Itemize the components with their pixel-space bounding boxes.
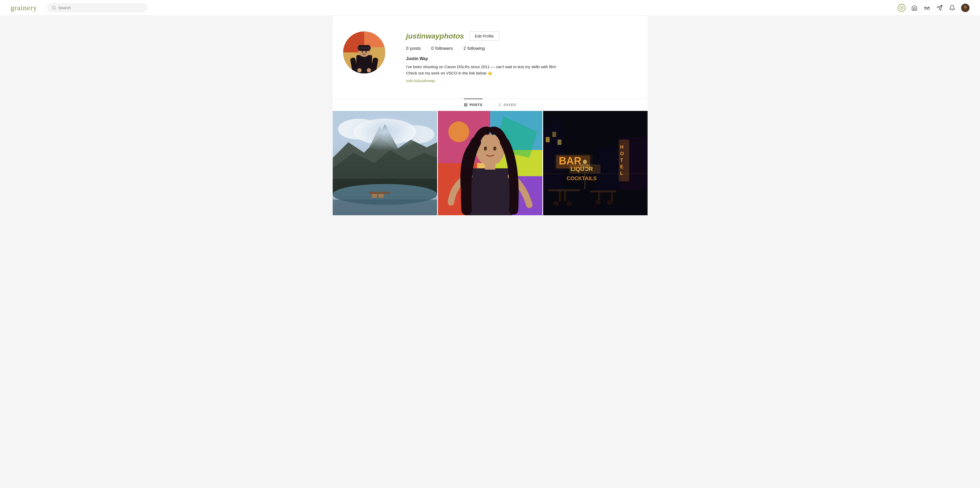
svg-rect-28 — [466, 105, 467, 106]
svg-point-31 — [338, 119, 379, 140]
svg-rect-80 — [590, 190, 616, 192]
svg-rect-27 — [464, 105, 465, 106]
svg-point-32 — [398, 125, 434, 144]
svg-text:T: T — [620, 158, 623, 163]
main-nav — [897, 4, 969, 12]
grid-icon — [464, 103, 468, 107]
followers-stat: 0 followers — [431, 46, 453, 51]
svg-rect-78 — [558, 191, 561, 202]
svg-point-55 — [493, 147, 496, 151]
svg-text:L: L — [620, 171, 623, 176]
svg-rect-63 — [552, 132, 556, 137]
user-avatar-nav[interactable] — [961, 4, 969, 12]
tab-saved[interactable]: SAVED — [498, 98, 516, 110]
svg-rect-37 — [333, 179, 437, 195]
svg-rect-39 — [369, 192, 390, 194]
photo-grid: BAR LIQUOR COCKTAILS H O T E L — [333, 111, 648, 215]
svg-rect-64 — [557, 139, 561, 145]
svg-marker-35 — [333, 137, 437, 176]
svg-line-1 — [55, 9, 56, 10]
profile-info: justinwayphotos Edit Profile 0 posts 0 f… — [406, 32, 637, 83]
svg-text:COCKTAILS: COCKTAILS — [566, 176, 597, 181]
posts-stat: 0 posts — [406, 46, 421, 51]
svg-rect-51 — [469, 168, 511, 215]
following-stat: 2 following — [463, 46, 485, 51]
svg-point-49 — [448, 121, 469, 143]
tabs-section: POSTS SAVED — [333, 98, 648, 110]
tab-posts[interactable]: POSTS — [464, 98, 482, 110]
svg-point-0 — [52, 6, 56, 9]
followers-count: 0 — [431, 46, 434, 51]
svg-point-83 — [554, 201, 558, 206]
tab-saved-label: SAVED — [504, 103, 516, 107]
svg-rect-29 — [333, 111, 437, 215]
posts-count: 0 — [406, 46, 409, 51]
explore-nav-icon[interactable] — [923, 4, 931, 11]
search-input[interactable] — [58, 5, 143, 10]
svg-point-85 — [595, 200, 601, 205]
followers-label: followers — [435, 46, 453, 51]
svg-rect-25 — [464, 103, 465, 105]
grid-item-1[interactable] — [333, 111, 437, 215]
grid-item-2[interactable] — [438, 111, 542, 215]
svg-point-23 — [361, 51, 363, 53]
logo: grainery — [11, 4, 37, 12]
grid-item-3[interactable]: BAR LIQUOR COCKTAILS H O T E L — [543, 111, 648, 215]
svg-marker-34 — [364, 124, 406, 163]
svg-rect-62 — [546, 137, 549, 143]
svg-rect-40 — [372, 194, 377, 198]
add-button[interactable] — [897, 4, 905, 12]
svg-point-30 — [353, 119, 416, 145]
posts-label: posts — [410, 46, 421, 51]
svg-point-38 — [333, 184, 437, 205]
avatar-photo — [343, 32, 385, 73]
profile-section: justinwayphotos Edit Profile 0 posts 0 f… — [333, 16, 648, 93]
svg-marker-33 — [361, 127, 398, 163]
profile-avatar — [343, 32, 385, 73]
svg-rect-82 — [611, 192, 613, 201]
svg-point-90 — [583, 160, 587, 164]
svg-point-86 — [607, 200, 612, 205]
svg-point-6 — [927, 7, 929, 10]
svg-rect-79 — [564, 191, 566, 202]
notifications-nav-icon[interactable] — [948, 4, 956, 11]
home-nav-icon[interactable] — [911, 4, 918, 11]
svg-rect-88 — [543, 174, 648, 174]
tabs: POSTS SAVED — [333, 99, 648, 110]
username-row: justinwayphotos Edit Profile — [406, 32, 637, 41]
svg-text:E: E — [620, 164, 623, 170]
tab-posts-label: POSTS — [470, 103, 482, 107]
svg-point-24 — [365, 51, 367, 53]
following-label: following — [468, 46, 485, 51]
svg-rect-42 — [333, 200, 437, 215]
svg-point-22 — [367, 68, 371, 72]
svg-rect-13 — [364, 32, 385, 47]
edit-profile-button[interactable]: Edit Profile — [469, 32, 499, 41]
bookmark-icon — [498, 103, 501, 107]
profile-bio: I've been shooting on Canon DSLRs since … — [406, 64, 563, 76]
search-bar[interactable] — [48, 4, 147, 12]
header: grainery — [0, 0, 980, 16]
svg-point-54 — [484, 147, 487, 151]
svg-point-84 — [566, 201, 572, 206]
svg-text:H: H — [620, 144, 624, 150]
svg-rect-26 — [466, 103, 467, 105]
svg-rect-41 — [379, 194, 383, 198]
svg-rect-77 — [548, 189, 579, 192]
svg-point-8 — [964, 5, 967, 9]
stats-row: 0 posts 0 followers 2 following — [406, 46, 637, 51]
svg-rect-18 — [358, 47, 371, 49]
svg-point-91 — [580, 164, 590, 168]
svg-marker-36 — [333, 150, 437, 184]
messages-nav-icon[interactable] — [936, 4, 943, 11]
following-count: 2 — [463, 46, 466, 51]
svg-text:O: O — [620, 151, 624, 156]
profile-link[interactable]: solo.to/justinway — [406, 78, 637, 83]
display-name: Justin Way — [406, 56, 637, 61]
avatar-image — [961, 4, 969, 12]
svg-point-21 — [357, 68, 361, 72]
profile-username: justinwayphotos — [406, 32, 464, 40]
search-icon — [52, 6, 56, 10]
photo-grid-section: BAR LIQUOR COCKTAILS H O T E L — [333, 110, 648, 216]
